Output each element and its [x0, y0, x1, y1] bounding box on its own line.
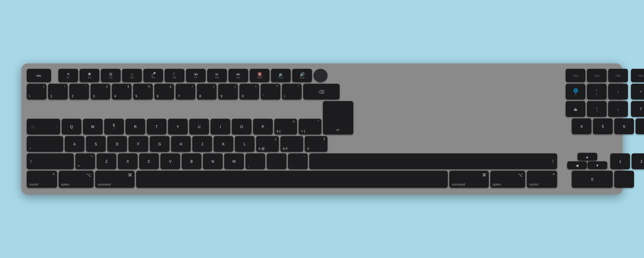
f13-key[interactable]: F13: [566, 69, 585, 82]
backspace-key[interactable]: ⌫: [303, 84, 340, 99]
num1-key[interactable]: 1: [610, 153, 630, 169]
f7-key[interactable]: ⏮ F7: [186, 69, 206, 82]
num4-key[interactable]: 4: [572, 118, 591, 134]
f3-key[interactable]: ⊞ F3: [101, 69, 121, 82]
close-bracket-key[interactable]: * + ]: [299, 119, 321, 134]
c-key[interactable]: C: [139, 153, 159, 169]
n-key[interactable]: N: [203, 153, 223, 169]
t-key[interactable]: T: [147, 119, 166, 134]
rcommand-key[interactable]: ⌘ command: [449, 171, 489, 188]
r-key[interactable]: R: [125, 119, 145, 134]
j-key[interactable]: J: [192, 136, 212, 152]
l-key[interactable]: L: [235, 136, 255, 152]
2-key[interactable]: " 2: [69, 84, 89, 99]
x-key[interactable]: X: [118, 153, 138, 169]
3-key[interactable]: £ 3: [91, 84, 110, 99]
keyboard: esc ☀ F1 ✺ F2 ⊞ F3 ⌕ F4: [21, 63, 623, 195]
5-key[interactable]: % 5: [133, 84, 153, 99]
backslash-key[interactable]: § ù: [305, 136, 327, 152]
power-key[interactable]: [313, 69, 327, 82]
lcontrol-key[interactable]: ^ control: [27, 171, 57, 188]
num5-key[interactable]: 5: [593, 118, 613, 134]
e-key[interactable]: E €: [104, 119, 124, 134]
esc-key[interactable]: esc: [27, 69, 51, 82]
equals-key[interactable]: ^ ì: [282, 84, 302, 99]
arrow-down-key[interactable]: ▼: [587, 161, 607, 169]
f15-key[interactable]: F15: [608, 69, 628, 82]
page-down-key[interactable]: ↓: [608, 101, 628, 117]
num0-key[interactable]: 0: [572, 171, 613, 188]
f-key[interactable]: F: [128, 136, 148, 152]
d-key[interactable]: D: [107, 136, 127, 152]
num6-key[interactable]: 6: [614, 118, 634, 134]
nav-row4: ▲ ◀ ▼ 1 2 3 ↵: [566, 136, 617, 169]
f1-key[interactable]: ☀ F1: [58, 69, 78, 82]
b-key[interactable]: B: [182, 153, 201, 169]
f9-key[interactable]: ⏭ F9: [228, 69, 248, 82]
w-key[interactable]: W: [83, 119, 103, 134]
0-key[interactable]: = 0: [239, 84, 259, 99]
rcontrol-key[interactable]: ^ control: [527, 171, 557, 188]
m-key[interactable]: M: [224, 153, 244, 169]
arrow-up-key[interactable]: ▲: [577, 153, 597, 161]
4-key[interactable]: $ 4: [112, 84, 132, 99]
globe-key[interactable]: 🌐 fn: [566, 84, 585, 99]
return-key[interactable]: ↵: [323, 101, 353, 134]
q-key[interactable]: Q: [62, 119, 81, 134]
p-key[interactable]: P: [253, 119, 273, 134]
z-key[interactable]: Z: [97, 153, 116, 169]
page-up-key[interactable]: ↑: [608, 84, 628, 99]
9-key[interactable]: ) 9: [218, 84, 238, 99]
backtick-key[interactable]: | \: [27, 84, 46, 99]
lshift-key[interactable]: ⇧: [27, 153, 74, 169]
minus-key[interactable]: ? ': [261, 84, 280, 99]
slash-key[interactable]: – -: [288, 153, 308, 169]
quote-key[interactable]: ° à #: [280, 136, 303, 152]
f12-key[interactable]: 🔊 F12: [292, 69, 312, 82]
6-key[interactable]: & 6: [154, 84, 174, 99]
f10-key[interactable]: 🔇 F10: [250, 69, 269, 82]
f8-key[interactable]: ⏯ F8: [207, 69, 227, 82]
space-key[interactable]: [136, 171, 448, 188]
period-key[interactable]: : .: [267, 153, 286, 169]
loption-key[interactable]: ⌥ option: [59, 171, 94, 188]
numpad-dot-key[interactable]: .: [614, 171, 634, 188]
a-key[interactable]: A: [65, 136, 84, 152]
num2-key[interactable]: 2: [632, 153, 644, 169]
roption-key[interactable]: ⌥ option: [490, 171, 525, 188]
f5-key[interactable]: 🎤 F5: [143, 69, 163, 82]
i-key[interactable]: I: [211, 119, 230, 134]
f14-key[interactable]: F14: [587, 69, 607, 82]
nav-up-key[interactable]: ↑ ⇤: [587, 84, 607, 99]
f2-key[interactable]: ✺ F2: [80, 69, 99, 82]
8-key[interactable]: ( 8: [197, 84, 217, 99]
g-key[interactable]: G: [150, 136, 170, 152]
o-key[interactable]: O: [232, 119, 252, 134]
f11-key[interactable]: 🔉 F11: [271, 69, 291, 82]
semicolon-key[interactable]: ç ò @: [256, 136, 279, 152]
caps-lock-key[interactable]: ⇪: [27, 136, 63, 152]
7-key[interactable]: / 7: [176, 84, 195, 99]
f16-key[interactable]: F16: [631, 69, 644, 82]
y-key[interactable]: Y: [168, 119, 188, 134]
tab-key[interactable]: →| ⊣: [27, 119, 60, 134]
rshift-key[interactable]: ⇧: [309, 153, 557, 169]
nav-down-key[interactable]: ↓ ⇥: [587, 101, 607, 117]
numpad-plus-key[interactable]: +: [635, 118, 644, 134]
f6-key[interactable]: ☾ F6: [165, 69, 184, 82]
v-key[interactable]: V: [160, 153, 180, 169]
arrow-left-key[interactable]: ◀: [567, 161, 587, 169]
k-key[interactable]: K: [214, 136, 233, 152]
1-key[interactable]: ! 1: [48, 84, 68, 99]
open-bracket-key[interactable]: é è [: [274, 119, 297, 134]
angle-key[interactable]: > <: [75, 153, 95, 169]
u-key[interactable]: U: [189, 119, 209, 134]
eject-key[interactable]: ⏏: [566, 101, 585, 117]
num7-key[interactable]: 7: [631, 101, 644, 117]
h-key[interactable]: H: [171, 136, 191, 152]
lcommand-key[interactable]: ⌘ command: [95, 171, 135, 188]
comma-key[interactable]: ; ,: [245, 153, 265, 169]
s-key[interactable]: S: [86, 136, 106, 152]
num-lock-key[interactable]: ✕: [631, 84, 644, 99]
f4-key[interactable]: ⌕ F4: [122, 69, 142, 82]
